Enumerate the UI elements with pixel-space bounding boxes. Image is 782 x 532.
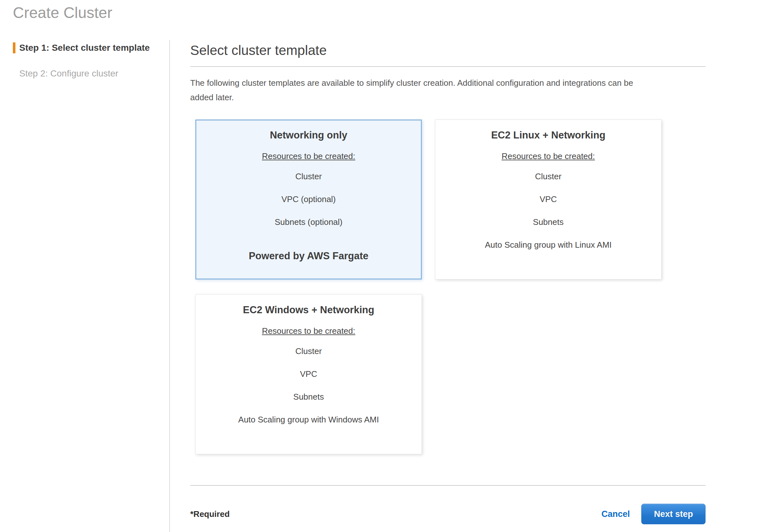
card-title: EC2 Linux + Networking	[435, 130, 661, 141]
card-resource: Cluster	[196, 172, 421, 181]
card-resource: VPC	[435, 194, 661, 204]
section-description: The following cluster templates are avai…	[190, 76, 650, 105]
main-panel: Select cluster template The following cl…	[170, 40, 782, 532]
sidebar-step-1[interactable]: Step 1: Select cluster template	[13, 42, 169, 53]
template-card-networking-only[interactable]: Networking only Resources to be created:…	[196, 119, 422, 280]
footer-divider	[190, 485, 706, 486]
wizard-steps-sidebar: Step 1: Select cluster template Step 2: …	[0, 40, 170, 532]
template-cards-grid: Networking only Resources to be created:…	[196, 119, 706, 454]
card-resource: Cluster	[435, 172, 661, 181]
sidebar-step-1-label: Step 1: Select cluster template	[19, 43, 150, 53]
footer-bar: *Required Cancel Next step	[190, 504, 706, 524]
template-card-ec2-windows-networking[interactable]: EC2 Windows + Networking Resources to be…	[196, 294, 422, 454]
next-step-button[interactable]: Next step	[641, 504, 706, 524]
card-subtitle: Resources to be created:	[435, 151, 661, 161]
footer-actions: Cancel Next step	[601, 504, 706, 524]
card-resource: Subnets	[435, 217, 661, 227]
card-subtitle: Resources to be created:	[196, 326, 422, 336]
create-cluster-page: Create Cluster Step 1: Select cluster te…	[0, 0, 782, 532]
page-title: Create Cluster	[13, 4, 782, 22]
sidebar-step-2[interactable]: Step 2: Configure cluster	[13, 68, 169, 79]
card-resource: Cluster	[196, 346, 422, 356]
content-area: Step 1: Select cluster template Step 2: …	[0, 40, 782, 532]
sidebar-step-2-label: Step 2: Configure cluster	[19, 68, 118, 78]
card-resource: Auto Scaling group with Windows AMI	[196, 415, 422, 425]
template-card-ec2-linux-networking[interactable]: EC2 Linux + Networking Resources to be c…	[435, 119, 662, 280]
card-title: Networking only	[196, 130, 421, 141]
fargate-badge: Powered by AWS Fargate	[196, 250, 421, 262]
section-heading: Select cluster template	[190, 42, 706, 59]
card-title: EC2 Windows + Networking	[196, 304, 422, 316]
required-note: *Required	[190, 509, 230, 519]
card-subtitle: Resources to be created:	[196, 151, 421, 161]
card-resource: VPC (optional)	[196, 194, 421, 204]
card-resource: VPC	[196, 369, 422, 379]
card-resource: Subnets	[196, 392, 422, 402]
heading-divider	[190, 66, 706, 67]
cancel-button[interactable]: Cancel	[601, 509, 630, 519]
card-resource: Subnets (optional)	[196, 217, 421, 227]
card-resource: Auto Scaling group with Linux AMI	[435, 240, 661, 250]
